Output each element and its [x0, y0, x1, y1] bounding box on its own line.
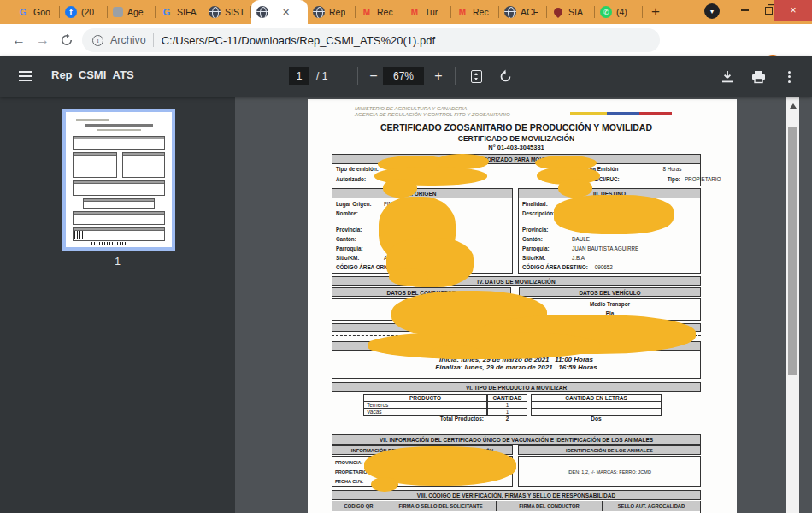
url-scheme-label: Archivo [110, 34, 146, 46]
scrollbar-thumb[interactable] [788, 127, 797, 375]
url-divider [153, 33, 154, 47]
col-cantidad: CANTIDAD [487, 394, 527, 402]
redaction-scribble [371, 477, 398, 492]
zoom-in-button[interactable]: + [427, 65, 450, 87]
redaction-scribble [554, 195, 674, 234]
pin-favicon-icon [552, 6, 564, 18]
tab-label: (4) [616, 7, 627, 17]
agrocalidad-column-header: SELLO AUT. AGROCALIDAD [603, 501, 700, 511]
browser-tab-google[interactable]: Goo [12, 0, 60, 24]
redaction-scribble [389, 268, 428, 286]
tab-label: Rec [377, 7, 393, 17]
browser-tab-active-pdf[interactable]: ✕ [251, 0, 308, 24]
url-field[interactable]: Archivo C:/Users/PC-11/Downloads/Rep_CSM… [82, 28, 660, 52]
gmail-favicon-icon [361, 6, 373, 18]
browser-tab-rec1[interactable]: Rec [356, 0, 403, 24]
animal-id-text: IDEN: 1,2, -/- MARCAS: FERRO: JCMD [568, 469, 651, 475]
redaction-scribble [368, 332, 600, 359]
qr-column-header: CÓDIGO QR [332, 501, 385, 511]
tab-label: Tur [425, 7, 438, 17]
browser-tab-facebook[interactable]: (20 [60, 0, 108, 24]
cantidad-cell: 1 [487, 402, 527, 409]
whatsapp-favicon-icon [600, 6, 612, 18]
finaliza-text: Finaliza: lunes, 29 de marzo de 2021 16:… [332, 363, 700, 371]
redaction-scribble [558, 179, 592, 198]
print-button[interactable] [747, 66, 769, 88]
pdf-toolbar-actions [716, 56, 812, 97]
browser-tab-whatsapp[interactable]: (4) [595, 0, 643, 24]
tab-label: SIA [568, 7, 583, 17]
pdf-page: MINISTERIO DE AGRICULTURA Y GANADERIA AG… [308, 99, 737, 513]
tab-label: SIST [225, 7, 244, 17]
browser-tab-rec2[interactable]: Rec [451, 0, 499, 24]
col-producto: PRODUCTO [363, 394, 487, 402]
rotate-ccw-icon [498, 69, 513, 84]
tab-label: ACF [521, 7, 538, 17]
browser-tab-sia[interactable]: SIA [547, 0, 595, 24]
back-button[interactable] [7, 32, 31, 48]
print-icon [751, 70, 766, 84]
fecha-emision-value: 8 Horas [662, 166, 681, 172]
conductor-column-header: FIRMA DEL CONDUCTOR [497, 501, 603, 511]
fit-to-page-button[interactable] [465, 65, 487, 87]
tipo-value: PROPIETARIO [685, 176, 721, 182]
tab-search-chevron-icon[interactable] [704, 3, 720, 19]
rotate-button[interactable] [494, 65, 516, 87]
page-info-icon[interactable] [92, 35, 103, 46]
zoom-out-button[interactable]: − [362, 65, 385, 87]
browser-tab-age[interactable]: Age [108, 0, 156, 24]
browser-tab-tur[interactable]: Tur [403, 0, 451, 24]
zoom-level-input[interactable]: 67% [383, 67, 424, 86]
total-value: 2 [487, 416, 527, 422]
site-favicon-icon [113, 7, 123, 17]
page-number-input[interactable]: 1 [289, 67, 309, 86]
download-icon [721, 70, 734, 84]
vehiculo-header: DATOS DEL VEHÍCULO [519, 287, 701, 297]
thumbnail-page-number: 1 [0, 256, 235, 268]
tab-close-icon[interactable]: ✕ [282, 7, 290, 18]
browser-tab-sist[interactable]: SIST [203, 0, 251, 24]
browser-tab-acf[interactable]: ACF [499, 0, 547, 24]
total-label: Total Productos: [363, 416, 487, 422]
toolbar-separator [357, 67, 358, 86]
letras-cell [531, 402, 662, 409]
letras-cell [531, 409, 662, 416]
pdf-menu-icon[interactable] [19, 71, 32, 73]
window-close-button[interactable] [774, 0, 812, 21]
browser-tab-sifa[interactable]: SIFA [156, 0, 203, 24]
solicitante-column-header: FIRMA O SELLO DEL SOLICITANTE [385, 501, 497, 511]
globe-favicon-icon [256, 6, 268, 18]
section-6-header: VI. TIPO DE PRODUCTO A MOVILIZAR [332, 382, 701, 392]
vertical-scrollbar[interactable] [786, 97, 799, 513]
pdf-title: Rep_CSMI_ATS [51, 68, 134, 81]
tipo-emision-label: Tipo de emisión: [336, 166, 379, 172]
tab-label: (20 [81, 7, 94, 17]
fit-page-icon [471, 70, 482, 83]
section-7-header: VII. INFORMACIÓN DEL CERTIFICADO ÚNICO D… [332, 434, 701, 445]
ecuador-flag-line [570, 112, 672, 115]
tab-label: Goo [33, 7, 50, 17]
gmail-favicon-icon [456, 6, 468, 18]
new-tab-button[interactable]: + [651, 3, 660, 21]
facebook-favicon-icon [65, 6, 77, 18]
cantidad-cell: 1 [487, 409, 527, 416]
redaction-scribble [430, 345, 481, 359]
producto-cell: Vacas [363, 409, 487, 416]
address-bar: Archivo C:/Users/PC-11/Downloads/Rep_CSM… [0, 24, 812, 56]
autorizado-label: Autorizado: [336, 176, 366, 182]
forward-button[interactable] [31, 32, 55, 48]
window-minimize-button[interactable] [732, 0, 757, 21]
section-7-right-header: IDENTIFICACIÓN DE LOS ANIMALES [518, 445, 701, 455]
page-thumbnail[interactable] [62, 109, 175, 251]
scroll-up-arrow-icon[interactable] [790, 103, 797, 109]
download-button[interactable] [716, 66, 738, 88]
pdf-toolbar: Rep_CSMI_ATS 1 / 1 − 67% + [0, 56, 812, 97]
reload-button[interactable] [55, 34, 79, 46]
product-table: PRODUCTO CANTIDAD CANTIDAD EN LETRAS Ter… [363, 394, 662, 422]
browser-tab-rep[interactable]: Rep [308, 0, 356, 24]
page-count-label: / 1 [316, 70, 327, 82]
pdf-more-options-button[interactable] [778, 66, 800, 88]
tab-label: Age [127, 7, 144, 17]
globe-favicon-icon [504, 6, 516, 18]
section-4-header: IV. DATOS DE MOVILIZACIÓN [332, 276, 701, 286]
